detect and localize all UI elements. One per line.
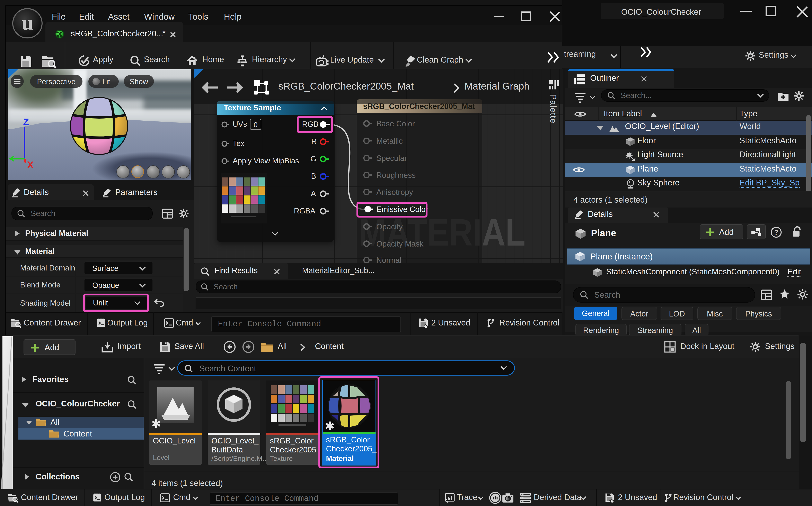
svg-text:X: X xyxy=(27,160,33,168)
svg-text:?: ? xyxy=(774,228,779,236)
svg-text:Z: Z xyxy=(23,116,29,127)
